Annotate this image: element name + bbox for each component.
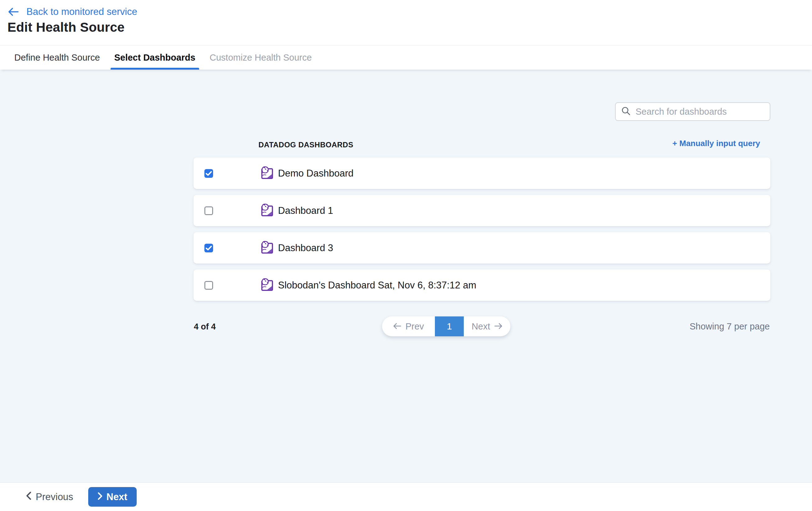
prev-arrow-icon — [393, 321, 402, 332]
select-dashboards-panel: DATADOG DASHBOARDS + Manually input quer… — [0, 70, 812, 482]
datadog-logo-icon — [260, 203, 274, 218]
dashboard-row-label: Slobodan's Dashboard Sat, Nov 6, 8:37:12… — [278, 280, 476, 291]
dashboard-row[interactable]: Dashboard 3 — [194, 232, 771, 264]
per-page-label: Showing 7 per page — [690, 321, 770, 332]
datadog-logo-icon — [260, 277, 274, 293]
results-count: 4 of 4 — [194, 322, 216, 332]
pagination-next-button[interactable]: Next — [464, 317, 511, 336]
dashboard-row[interactable]: Dashboard 1 — [194, 195, 771, 226]
tab-define-health-source[interactable]: Define Health Source — [10, 45, 104, 70]
next-arrow-icon — [494, 321, 502, 332]
datadog-logo-icon — [260, 240, 274, 255]
back-to-monitored-service-link[interactable]: Back to monitored service — [8, 6, 137, 18]
tab-bar: Define Health Source Select Dashboards C… — [0, 45, 812, 70]
column-header-datadog-dashboards: DATADOG DASHBOARDS — [258, 140, 353, 149]
dashboard-row[interactable]: Slobodan's Dashboard Sat, Nov 6, 8:37:12… — [194, 269, 771, 301]
previous-step-button[interactable]: Previous — [26, 491, 73, 503]
dashboard-checkbox[interactable] — [204, 281, 213, 290]
pagination-prev-button[interactable]: Prev — [382, 317, 435, 336]
app-header: Back to monitored service Edit Health So… — [0, 0, 812, 45]
dashboard-row-label: Dashboard 3 — [278, 242, 333, 253]
wizard-footer: Previous Next — [0, 482, 812, 511]
tab-select-dashboards[interactable]: Select Dashboards — [111, 45, 199, 70]
back-arrow-icon — [8, 7, 19, 16]
pagination-page-1[interactable]: 1 — [435, 317, 464, 336]
pagination: Prev 1 Next — [382, 317, 511, 336]
datadog-logo-icon — [260, 166, 274, 181]
dashboard-row[interactable]: Demo Dashboard — [194, 158, 771, 189]
dashboard-list: Demo Dashboard — [194, 158, 771, 307]
dashboard-row-label: Demo Dashboard — [278, 168, 353, 179]
search-icon — [621, 106, 631, 117]
next-step-button[interactable]: Next — [88, 487, 137, 507]
search-input[interactable] — [636, 107, 764, 117]
dashboard-search-box — [615, 102, 771, 121]
chevron-right-icon — [97, 491, 103, 503]
page-title: Edit Health Source — [7, 20, 124, 35]
dashboard-row-label: Dashboard 1 — [278, 205, 333, 216]
back-link-label: Back to monitored service — [26, 6, 137, 18]
chevron-left-icon — [26, 491, 31, 503]
tab-customize-health-source[interactable]: Customize Health Source — [206, 45, 316, 70]
dashboard-checkbox[interactable] — [204, 244, 213, 252]
dashboard-checkbox[interactable] — [204, 206, 213, 215]
dashboard-checkbox[interactable] — [204, 169, 213, 178]
manually-input-query-link[interactable]: + Manually input query — [672, 139, 760, 148]
